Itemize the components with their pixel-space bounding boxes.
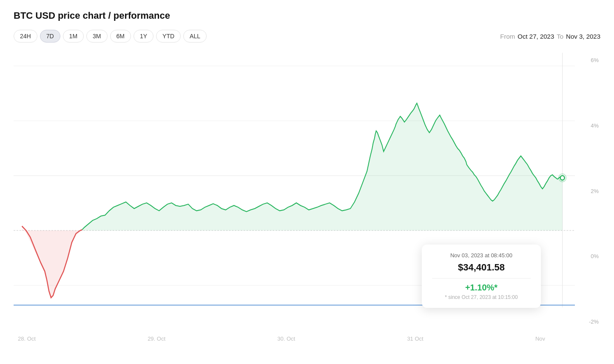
from-label: From xyxy=(500,33,515,40)
date-range: From Oct 27, 2023 To Nov 3, 2023 xyxy=(500,33,600,40)
x-label-30oct: 30. Oct xyxy=(277,336,295,342)
tooltip-since: * since Oct 27, 2023 at 10:15:00 xyxy=(432,294,531,300)
tooltip-price: $34,401.58 xyxy=(432,262,531,273)
btn-3m[interactable]: 3M xyxy=(86,30,107,43)
btn-1m[interactable]: 1M xyxy=(63,30,84,43)
tooltip-date: Nov 03, 2023 at 08:45:00 xyxy=(432,252,531,259)
svg-point-8 xyxy=(560,176,565,180)
chart-wrapper: 6% 4% 2% 0% -2% xyxy=(14,53,600,342)
x-label-28oct: 28. Oct xyxy=(18,336,36,342)
y-label-6: 6% xyxy=(577,57,600,63)
btn-6m[interactable]: 6M xyxy=(110,30,131,43)
tooltip-divider xyxy=(432,278,531,279)
x-label-nov: Nov xyxy=(535,336,545,342)
btn-1y[interactable]: 1Y xyxy=(134,30,154,43)
to-date: Nov 3, 2023 xyxy=(566,33,600,40)
y-label-neg2: -2% xyxy=(577,318,600,325)
btn-ytd[interactable]: YTD xyxy=(156,30,181,43)
y-label-4: 4% xyxy=(577,122,600,129)
y-label-2: 2% xyxy=(577,188,600,194)
y-axis: 6% 4% 2% 0% -2% xyxy=(577,53,600,342)
x-axis: 28. Oct 29. Oct 30. Oct 31 Oct Nov xyxy=(14,336,549,342)
time-buttons: 24H 7D 1M 3M 6M 1Y YTD ALL xyxy=(14,30,207,43)
controls-row: 24H 7D 1M 3M 6M 1Y YTD ALL From Oct 27, … xyxy=(14,30,600,43)
to-label: To xyxy=(557,33,563,40)
y-label-0: 0% xyxy=(577,253,600,259)
btn-all[interactable]: ALL xyxy=(183,30,207,43)
chart-container: 28. Oct 29. Oct 30. Oct 31 Oct Nov Nov 0… xyxy=(14,53,575,342)
btn-7d[interactable]: 7D xyxy=(40,30,60,43)
from-date: Oct 27, 2023 xyxy=(517,33,554,40)
btn-24h[interactable]: 24H xyxy=(14,30,37,43)
tooltip: Nov 03, 2023 at 08:45:00 $34,401.58 +1.1… xyxy=(422,245,541,308)
x-label-29oct: 29. Oct xyxy=(148,336,165,342)
tooltip-change: +1.10%* xyxy=(432,283,531,293)
x-label-31oct: 31 Oct xyxy=(407,336,423,342)
page-title: BTC USD price chart / performance xyxy=(14,10,600,21)
